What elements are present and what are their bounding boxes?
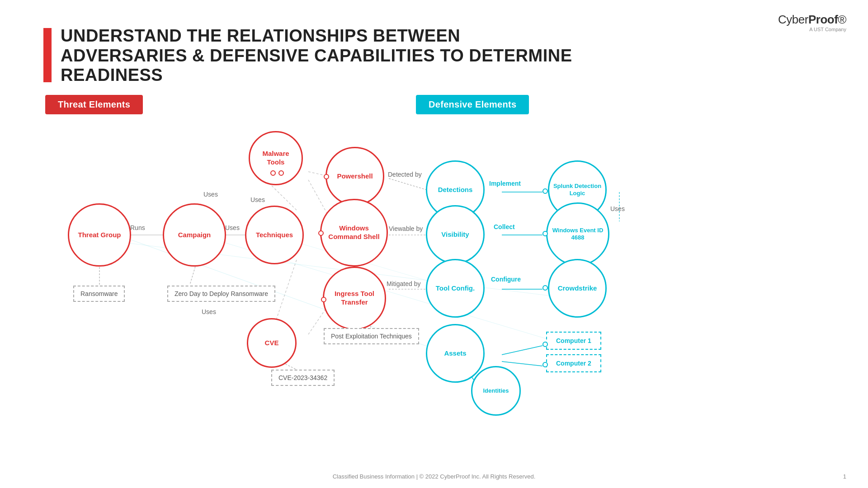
powershell-node: Powershell: [326, 147, 384, 206]
techniques-node: Techniques: [245, 206, 304, 264]
campaign-node: Campaign: [163, 203, 226, 267]
cve-node: CVE: [247, 318, 297, 368]
post-exploitation-box: Post Exploitation Techniques: [324, 328, 419, 344]
svg-line-16: [502, 361, 542, 366]
svg-line-15: [502, 346, 542, 355]
label-detected-by: Detected by: [388, 171, 422, 178]
footer-text: Classified Business Information | © 2022…: [0, 473, 868, 480]
label-runs: Runs: [130, 224, 145, 231]
label-uses-tech-malware: Uses: [203, 191, 218, 198]
malware-tools-node: Malware Tools: [249, 131, 303, 185]
zero-day-box: Zero Day to Deploy Ransomware: [167, 286, 275, 302]
dot-malware-1: [270, 170, 276, 176]
ingress-tool-transfer-node: Ingress Tool Transfer: [323, 267, 386, 330]
logo-sub: A UST Company: [778, 27, 846, 32]
windows-event-id-node: Windows Event ID 4688: [546, 202, 609, 266]
logo: CyberProof® A UST Company: [778, 13, 846, 32]
threat-elements-badge: Threat Elements: [45, 95, 143, 114]
label-implement: Implement: [489, 180, 521, 187]
label-viewable-by: Viewable by: [389, 225, 423, 232]
label-mitigated-by: Mitigated by: [387, 280, 420, 287]
windows-command-shell-node: Windows Command Shell: [320, 199, 388, 267]
dot-crowdstrike: [542, 285, 548, 291]
dot-wcs: [318, 230, 324, 236]
label-uses-tools: Uses: [250, 196, 265, 203]
label-collect: Collect: [494, 223, 515, 230]
threat-group-node: Threat Group: [68, 203, 131, 267]
dot-computer1: [542, 342, 548, 347]
dot-malware-2: [278, 170, 284, 176]
dot-powershell: [324, 174, 329, 179]
footer-page: 1: [843, 473, 846, 480]
dot-windows-event: [542, 231, 548, 236]
defensive-elements-badge: Defensive Elements: [416, 95, 529, 114]
crowdstrike-node: Crowdstrike: [548, 259, 607, 318]
dot-ingress: [321, 297, 326, 302]
computer1-box: Computer 1: [546, 332, 601, 350]
label-uses-right: Uses: [610, 205, 625, 212]
label-configure: Configure: [491, 276, 521, 283]
computer2-box: Computer 2: [546, 354, 601, 372]
dot-splunk: [542, 188, 548, 194]
ransomware-box: Ransomware: [73, 286, 125, 302]
identities-node: Identities: [471, 366, 521, 416]
cve-num-box: CVE-2023-34362: [271, 370, 335, 386]
visibility-node: Visibility: [426, 205, 485, 264]
tool-config-node: Tool Config.: [426, 259, 485, 318]
title-accent-block: [43, 28, 52, 82]
label-uses-campaign-tech: Uses: [225, 224, 240, 231]
label-uses-cve: Uses: [202, 308, 216, 315]
logo-text: CyberProof®: [778, 13, 846, 27]
dot-computer2: [542, 362, 548, 367]
page-title: UNDERSTAND THE RELATIONSHIPS BETWEEN ADV…: [61, 26, 572, 85]
diagram: Threat Elements Defensive Elements: [27, 95, 850, 461]
title-area: UNDERSTAND THE RELATIONSHIPS BETWEEN ADV…: [43, 26, 572, 85]
assets-node: Assets: [426, 324, 485, 383]
